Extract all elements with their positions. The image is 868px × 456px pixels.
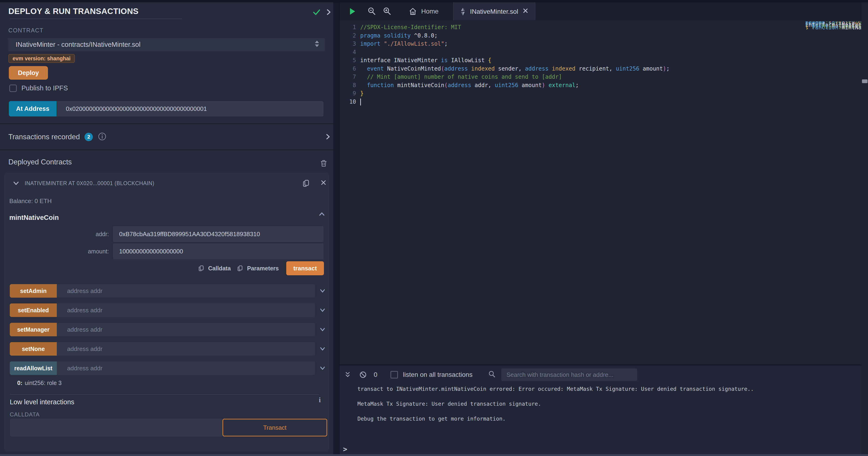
expand-panel-icon[interactable] [324, 8, 333, 17]
code-token: uint256 [616, 65, 639, 72]
double-chevron-down-icon[interactable] [343, 371, 352, 379]
contract-select[interactable]: INativeMinter - contracts/INativeMinter.… [8, 38, 325, 51]
tab-file-label: INativeMinter.sol [470, 8, 518, 16]
line-number: 5 [340, 56, 356, 65]
parameters-copy-button[interactable]: Parameters [237, 264, 279, 272]
editor-minimap[interactable]: //SPDX-License-Identifier: MITpragma sol… [805, 22, 861, 30]
listen-checkbox[interactable] [391, 371, 398, 378]
setEnabled-input[interactable] [57, 304, 315, 317]
window-scrollbar-thumb[interactable] [862, 79, 868, 83]
line-number: 4 [340, 48, 356, 57]
chevron-up-icon[interactable] [318, 210, 326, 219]
function-row: setNone [10, 342, 326, 355]
deploy-button[interactable]: Deploy [9, 66, 48, 80]
code-token: import [360, 40, 380, 47]
code-line: function mintNativeCoin(address addr, ui… [360, 81, 670, 90]
setNone-input[interactable] [57, 342, 315, 355]
code-token: sender, [495, 65, 525, 72]
tab-home[interactable]: Home [402, 2, 445, 21]
code-token: address [444, 65, 468, 72]
evm-version-badge: evm version: shanghai [8, 54, 75, 63]
code-token: uint256 [495, 82, 518, 88]
code-token [360, 65, 367, 72]
code-token: ) [663, 65, 666, 72]
function-title: mintNativeCoin [9, 214, 59, 222]
text-cursor [360, 98, 361, 106]
terminal-tx-count: 0 [374, 371, 377, 378]
setManager-button[interactable]: setManager [10, 323, 57, 336]
chevron-down-icon[interactable] [319, 345, 326, 352]
info-icon[interactable]: i [319, 396, 321, 404]
readAllowList-button[interactable]: readAllowList [10, 362, 57, 375]
close-icon[interactable] [320, 179, 327, 187]
deployed-contracts-label: Deployed Contracts [8, 158, 72, 166]
editor-tab-bar: Home INativeMinter.sol [340, 2, 868, 21]
zoom-out-icon[interactable] [367, 7, 376, 16]
transact-button[interactable]: transact [286, 261, 324, 275]
ban-icon[interactable] [359, 371, 367, 379]
chevron-down-icon[interactable] [319, 287, 326, 294]
setNone-button[interactable]: setNone [10, 342, 57, 355]
at-address-input[interactable] [57, 101, 323, 116]
calldata-copy-button[interactable]: Calldata [197, 264, 231, 272]
listen-label: listen on all transactions [403, 371, 473, 378]
terminal-toolbar: 0 listen on all transactions [340, 367, 862, 382]
contract-label: CONTRACT [8, 27, 43, 34]
setManager-input[interactable] [57, 323, 315, 336]
setAdmin-input[interactable] [57, 284, 315, 297]
chevron-down-icon[interactable] [319, 365, 326, 372]
terminal-prompt[interactable]: > [343, 445, 347, 453]
function-row: setEnabled [10, 304, 326, 317]
code-area[interactable]: //SPDX-License-Identifier: MITpragma sol… [360, 23, 670, 106]
code-token: mintNativeCoin [394, 82, 444, 88]
code-token: address [448, 82, 471, 88]
publish-ipfs-checkbox[interactable] [9, 85, 17, 92]
chevron-down-icon[interactable] [319, 307, 326, 314]
function-field-row: amount: [4, 243, 329, 259]
setEnabled-button[interactable]: setEnabled [10, 304, 57, 317]
readAllowList-input[interactable] [57, 362, 315, 375]
code-token: amount [639, 65, 663, 72]
code-token: indexed [471, 65, 495, 72]
chevron-down-icon[interactable] [319, 326, 326, 333]
line-number: 8 [340, 81, 356, 90]
check-icon [312, 7, 321, 18]
field-input-amount[interactable] [113, 244, 323, 259]
transactions-recorded-row[interactable]: Transactions recorded 2 [8, 132, 107, 142]
select-arrows-icon [315, 40, 319, 47]
search-icon [488, 370, 496, 379]
line-number: 7 [340, 73, 356, 81]
instance-title: INATIVEMINTER AT 0X020...00001 (BLOCKCHA… [25, 180, 154, 187]
terminal-log-line: Debug the transaction to get more inform… [358, 415, 754, 422]
tab-inativeminter[interactable]: INativeMinter.sol [453, 3, 535, 20]
play-icon[interactable] [348, 7, 357, 16]
terminal-search-input[interactable] [501, 368, 637, 381]
code-token: function [812, 24, 838, 30]
deploy-run-panel: DEPLOY & RUN TRANSACTIONS CONTRACT INati… [0, 2, 333, 456]
field-input-addr[interactable] [113, 226, 323, 242]
transactions-expand-icon[interactable] [324, 133, 332, 142]
tab-home-label: Home [421, 8, 439, 15]
calldata-copy-label: Calldata [208, 265, 231, 272]
at-address-button[interactable]: At Address [9, 101, 57, 116]
trash-icon[interactable] [319, 159, 328, 169]
code-token: } [805, 25, 808, 30]
copy-icon[interactable] [302, 178, 311, 189]
remix-ide-window: DEPLOY & RUN TRANSACTIONS CONTRACT INati… [0, 0, 868, 456]
function-row: setManager [10, 323, 326, 336]
code-editor[interactable]: 12345678910 //SPDX-License-Identifier: M… [340, 21, 862, 365]
low-level-transact-button[interactable]: Transact [222, 419, 327, 436]
close-icon[interactable] [522, 7, 529, 16]
copy-icon [197, 264, 206, 272]
chevron-down-icon[interactable] [12, 179, 20, 188]
code-token: ( [444, 82, 447, 88]
function-row: readAllowList [10, 362, 326, 375]
setAdmin-button[interactable]: setAdmin [10, 284, 57, 297]
zoom-in-icon[interactable] [382, 7, 392, 16]
code-line [360, 98, 670, 106]
instance-header[interactable]: INATIVEMINTER AT 0X020...00001 (BLOCKCHA… [4, 178, 329, 189]
info-icon[interactable] [97, 132, 107, 142]
code-line: event NativeCoinMinted(address indexed s… [360, 65, 670, 73]
home-icon [408, 7, 417, 16]
calldata-input[interactable] [10, 419, 222, 436]
